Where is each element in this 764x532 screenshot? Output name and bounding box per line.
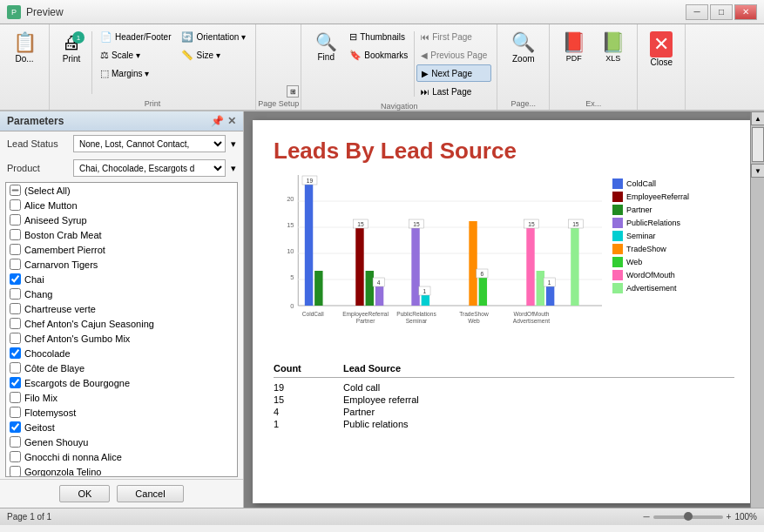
size-button[interactable]: 📏 Size ▾ (177, 46, 250, 64)
zoom-slider-thumb[interactable] (684, 512, 693, 521)
chart-area: 0 5 10 15 20 19 (274, 175, 734, 349)
svg-rect-22 (411, 221, 419, 306)
scale-button[interactable]: ⚖ Scale ▾ (96, 46, 175, 64)
dropdown-checkbox[interactable] (10, 229, 21, 240)
minimize-button[interactable]: ─ (686, 4, 708, 20)
first-page-label: First Page (432, 32, 472, 42)
dropdown-item[interactable]: Filo Mix (6, 390, 237, 405)
dropdown-item[interactable]: Genen Shouyu (6, 434, 237, 449)
svg-text:15: 15 (572, 221, 579, 227)
dropdown-checkbox[interactable] (10, 273, 21, 285)
dropdown-item[interactable]: Chef Anton's Cajun Seasoning (6, 316, 237, 331)
window-controls: ─ □ ✕ (686, 4, 757, 20)
dropdown-item[interactable]: Chang (6, 286, 237, 301)
last-page-button[interactable]: ⏭ Last Page (416, 83, 491, 100)
maximize-button[interactable]: □ (710, 4, 733, 20)
dropdown-checkbox[interactable] (10, 407, 21, 418)
legend-color-swatch (612, 257, 623, 267)
ok-button[interactable]: OK (59, 485, 110, 502)
dropdown-item[interactable]: Geitost (6, 420, 237, 434)
export-group-label: Ex... (555, 99, 632, 108)
dropdown-checkbox[interactable] (10, 185, 21, 196)
orient-size-col: 🔄 Orientation ▾ 📏 Size ▾ (177, 28, 250, 64)
lead-status-select[interactable]: None, Lost, Cannot Contact, (73, 135, 226, 152)
dropdown-item[interactable]: Camembert Pierrot (6, 242, 237, 257)
dropdown-item[interactable]: Gorgonzola Telino (6, 464, 237, 477)
dropdown-checkbox[interactable] (10, 347, 21, 359)
page-setup-expand[interactable]: ⊞ (287, 85, 299, 98)
product-select[interactable]: Chai, Chocolade, Escargots d (73, 159, 226, 177)
dropdown-checkbox[interactable] (10, 466, 21, 477)
dropdown-item[interactable]: Chartreuse verte (6, 301, 237, 316)
do-button[interactable]: 📋 Do... (5, 28, 44, 67)
legend-color-swatch (612, 205, 623, 215)
first-page-button[interactable]: ⏮ First Page (416, 28, 491, 45)
zoom-button[interactable]: 🔍 Zoom (503, 28, 544, 67)
cancel-button[interactable]: Cancel (117, 485, 183, 502)
dropdown-item[interactable]: Chef Anton's Gumbo Mix (6, 331, 237, 346)
nav-arrows-col: ⏮ First Page ◀ Previous Page ▶ Next Page… (416, 28, 491, 100)
params-pin-icon[interactable]: 📌 (211, 115, 224, 127)
dropdown-item[interactable]: Alice Mutton (6, 198, 237, 212)
header-footer-button[interactable]: 📄 Header/Footer (96, 28, 175, 45)
dropdown-checkbox[interactable] (10, 377, 21, 388)
dropdown-item[interactable]: Aniseed Syrup (6, 212, 237, 227)
close-window-button[interactable]: ✕ (734, 4, 757, 20)
dropdown-checkbox[interactable] (10, 362, 21, 374)
margins-button[interactable]: ⬚ Margins ▾ (96, 64, 175, 82)
dropdown-item[interactable]: (Select All) (6, 183, 237, 198)
product-dropdown-list[interactable]: (Select All)Alice MuttonAniseed SyrupBos… (5, 182, 238, 477)
dropdown-checkbox[interactable] (10, 318, 21, 329)
dropdown-item[interactable]: Carnarvon Tigers (6, 257, 237, 272)
dropdown-checkbox[interactable] (10, 392, 21, 403)
dropdown-item[interactable]: Chocolade (6, 346, 237, 360)
orientation-button[interactable]: 🔄 Orientation ▾ (177, 28, 250, 45)
table-count-cell: 4 (274, 407, 343, 417)
dropdown-item[interactable]: Boston Crab Meat (6, 227, 237, 242)
svg-text:0: 0 (290, 302, 294, 310)
table-source-cell: Partner (343, 407, 734, 417)
svg-text:Advertisement: Advertisement (513, 318, 550, 323)
scroll-up-button[interactable]: ▲ (751, 111, 764, 125)
legend-label: Partner (626, 205, 652, 214)
legend-label: EmployeeReferral (626, 192, 689, 201)
dropdown-item[interactable]: Gnocchi di nonna Alice (6, 449, 237, 464)
zoom-increase-button[interactable]: + (727, 512, 732, 522)
zoom-decrease-button[interactable]: ─ (643, 512, 649, 522)
next-page-button[interactable]: ▶ Next Page (416, 64, 491, 82)
scroll-thumb[interactable] (752, 127, 764, 162)
previous-page-button[interactable]: ◀ Previous Page (416, 46, 491, 64)
svg-text:10: 10 (287, 247, 294, 255)
svg-text:15: 15 (287, 221, 294, 229)
dropdown-checkbox[interactable] (10, 244, 21, 255)
scroll-down-button[interactable]: ▼ (751, 164, 764, 178)
print-button[interactable]: 1 🖨 Print (55, 28, 88, 67)
dropdown-item[interactable]: Flotemysost (6, 405, 237, 420)
dropdown-item-label: Boston Crab Meat (24, 230, 102, 240)
dropdown-item[interactable]: Chai (6, 272, 237, 286)
find-button[interactable]: 🔍 Find (307, 28, 345, 65)
export-pdf-button[interactable]: 📕 PDF (555, 28, 592, 66)
svg-text:19: 19 (307, 178, 314, 184)
dropdown-checkbox[interactable] (10, 303, 21, 314)
dropdown-checkbox[interactable] (10, 214, 21, 226)
dropdown-checkbox[interactable] (10, 451, 21, 462)
dropdown-checkbox[interactable] (10, 421, 21, 433)
dropdown-checkbox[interactable] (10, 436, 21, 448)
params-close-icon[interactable]: ✕ (227, 115, 236, 127)
dropdown-checkbox[interactable] (10, 288, 21, 300)
table-source-cell: Cold call (343, 382, 734, 393)
thumbnails-button[interactable]: ⊟ Thumbnails (345, 28, 412, 45)
export-xls-button[interactable]: 📗 XLS (594, 28, 632, 66)
dropdown-checkbox[interactable] (10, 259, 21, 270)
last-page-label: Last Page (432, 87, 471, 97)
dropdown-item[interactable]: Côte de Blaye (6, 360, 237, 375)
dropdown-checkbox[interactable] (10, 333, 21, 344)
zoom-slider[interactable] (653, 515, 723, 519)
dropdown-checkbox[interactable] (10, 199, 21, 211)
preview-scrollbar[interactable]: ▲ ▼ (750, 111, 764, 508)
dropdown-item[interactable]: Escargots de Bourgogne (6, 375, 237, 390)
bookmarks-button[interactable]: 🔖 Bookmarks (345, 46, 412, 64)
close-ribbon-button[interactable]: ✕ Close (643, 28, 679, 71)
dropdown-item-label: Chef Anton's Gumbo Mix (24, 333, 130, 344)
